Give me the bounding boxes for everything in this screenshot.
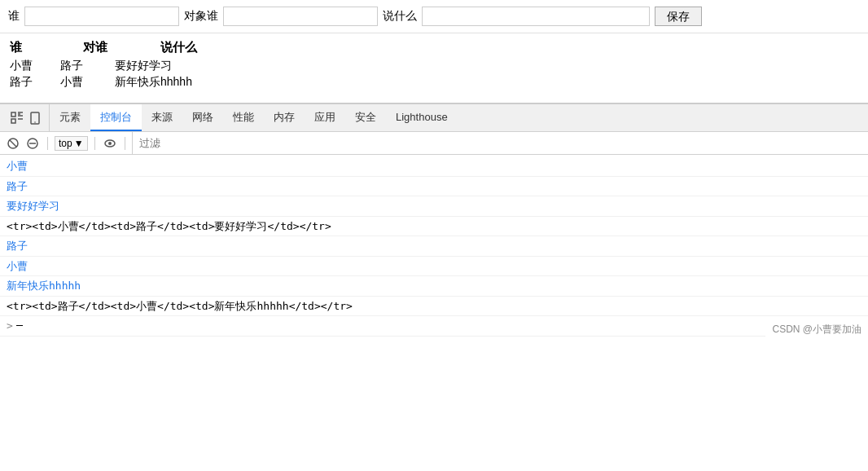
cursor-input[interactable] [16, 325, 23, 326]
console-line: 小曹 [0, 156, 868, 177]
input-form: 谁 对象谁 说什么 保存 [0, 0, 868, 33]
cursor-prompt: > [7, 318, 13, 334]
console-line: <tr><td>路子</td><td>小曹</td><td>新年快乐hhhhh<… [0, 297, 868, 317]
table-row: 小曹 路子 要好好学习 [10, 59, 858, 73]
console-line: 路子 [0, 177, 868, 197]
table-header: 谁 对谁 说什么 [10, 40, 858, 55]
header-say: 说什么 [160, 40, 323, 55]
tab-elements[interactable]: 元素 [50, 104, 90, 131]
tab-performance[interactable]: 性能 [223, 104, 264, 131]
context-selector[interactable]: top ▼ [55, 136, 88, 151]
svg-point-7 [34, 121, 36, 123]
row2-who: 路子 [10, 75, 50, 90]
devtools-panel: 元素 控制台 来源 网络 性能 内存 应用 安全 Lighthouse [0, 103, 868, 338]
save-button[interactable]: 保存 [655, 7, 702, 26]
filter-input[interactable] [132, 132, 863, 154]
header-who: 谁 [10, 40, 50, 55]
who-label: 谁 [8, 9, 20, 24]
console-line: 路子 [0, 236, 868, 257]
bottom-attribution: CSDN @小曹要加油 [765, 321, 868, 338]
dropdown-arrow-icon: ▼ [74, 138, 84, 149]
console-toolbar: top ▼ [0, 132, 868, 155]
say-label: 说什么 [383, 9, 417, 24]
row1-who: 小曹 [10, 59, 50, 73]
tab-application[interactable]: 应用 [305, 104, 345, 131]
row2-say: 新年快乐hhhhh [115, 75, 278, 90]
tab-memory[interactable]: 内存 [264, 104, 305, 131]
device-icon[interactable] [28, 111, 42, 125]
to-input[interactable] [223, 7, 378, 26]
svg-rect-4 [11, 119, 15, 123]
who-input[interactable] [24, 7, 179, 26]
toolbar-separator [47, 137, 48, 150]
toolbar-separator2 [94, 137, 95, 150]
say-input[interactable] [422, 7, 650, 26]
console-line: <tr><td>小曹</td><td>路子</td><td>要好好学习</td>… [0, 217, 868, 237]
tab-security[interactable]: 安全 [345, 104, 386, 131]
console-line: 要好好学习 [0, 196, 868, 217]
tab-sources[interactable]: 来源 [142, 104, 182, 131]
data-table-area: 谁 对谁 说什么 小曹 路子 要好好学习 路子 小曹 新年快乐hhhhh [0, 33, 868, 98]
table-row: 路子 小曹 新年快乐hhhhh [10, 75, 858, 90]
console-cursor-line: > [0, 316, 868, 337]
row1-to: 路子 [60, 59, 105, 73]
tab-network[interactable]: 网络 [182, 104, 223, 131]
console-line: 小曹 [0, 257, 868, 277]
svg-line-9 [10, 140, 16, 147]
header-to: 对谁 [83, 40, 128, 55]
to-label: 对象谁 [184, 9, 218, 24]
clear-console-button[interactable] [5, 135, 21, 152]
console-line: 新年快乐hhhhh [0, 276, 868, 297]
console-output: 小曹 路子 要好好学习 <tr><td>小曹</td><td>路子</td><t… [0, 155, 868, 338]
tab-lighthouse[interactable]: Lighthouse [386, 104, 458, 131]
row2-to: 小曹 [60, 75, 105, 90]
inspect-icon[interactable] [10, 111, 24, 125]
eye-icon-button[interactable] [102, 135, 118, 152]
toolbar-separator3 [125, 137, 125, 150]
row1-say: 要好好学习 [115, 59, 278, 73]
tab-console[interactable]: 控制台 [90, 104, 142, 131]
block-button[interactable] [24, 135, 41, 152]
devtools-icons [3, 104, 50, 131]
svg-rect-0 [11, 112, 15, 117]
devtools-tab-bar: 元素 控制台 来源 网络 性能 内存 应用 安全 Lighthouse [0, 104, 868, 132]
svg-point-13 [108, 142, 112, 145]
